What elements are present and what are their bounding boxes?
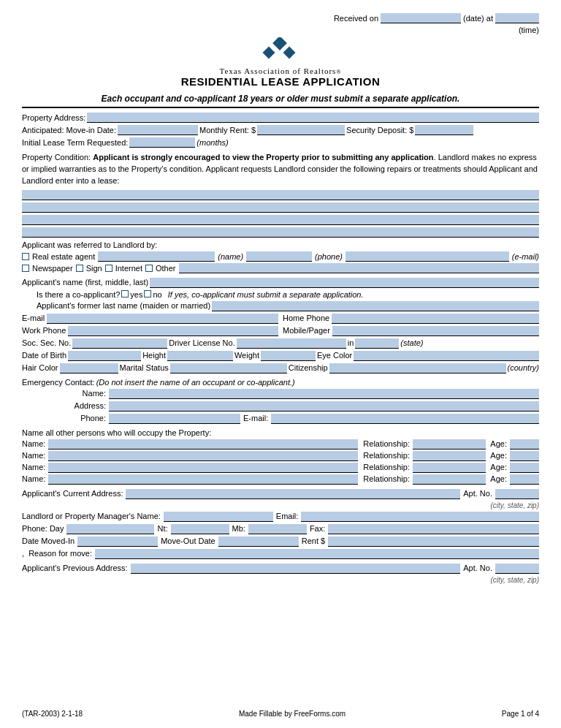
current-address-field[interactable] xyxy=(126,489,460,499)
move-in-date-field[interactable] xyxy=(118,125,198,135)
ec-phone-field[interactable] xyxy=(109,414,240,424)
lease-line-1[interactable] xyxy=(22,190,539,200)
applicant-name-label: Applicant's name (first, middle, last) xyxy=(22,278,148,287)
no-checkbox[interactable] xyxy=(144,290,151,297)
newspaper-checkbox[interactable] xyxy=(22,265,29,272)
move-out-date-label: Move-Out Date xyxy=(161,536,215,545)
occ-name-3-field[interactable] xyxy=(48,463,358,473)
occ-age-1-label: Age: xyxy=(489,439,507,448)
previous-address-field[interactable] xyxy=(131,564,461,574)
occ-age-4-field[interactable] xyxy=(510,474,539,485)
occ-rel-1-field[interactable] xyxy=(413,439,486,450)
home-phone-label: Home Phone xyxy=(283,314,329,322)
received-on-label: Received on xyxy=(334,14,378,23)
name-label: (name) xyxy=(218,252,243,261)
phone-row: Phone: Day Nt: Mb: Fax: xyxy=(22,524,539,534)
initial-lease-field[interactable] xyxy=(129,137,195,148)
svg-rect-1 xyxy=(263,47,275,59)
move-out-date-field[interactable] xyxy=(218,536,299,547)
yes-checkbox[interactable] xyxy=(121,290,129,297)
footer: (TAR-2003) 2-1-18 Made Fillable by FreeF… xyxy=(22,710,539,718)
eye-color-field[interactable] xyxy=(354,351,539,361)
apt-no-label: Apt. No. xyxy=(463,489,492,498)
lease-line-2[interactable] xyxy=(22,202,539,213)
agent-name-field[interactable] xyxy=(98,251,215,262)
phone-day-field[interactable] xyxy=(66,524,154,534)
reason-field[interactable] xyxy=(95,549,539,559)
occ-age-2-field[interactable] xyxy=(510,451,539,461)
occupants-label: Name all other persons who will occupy t… xyxy=(22,428,211,437)
occ-rel-2-field[interactable] xyxy=(413,451,486,461)
occ-rel-4-field[interactable] xyxy=(413,474,486,485)
other-checkbox[interactable] xyxy=(145,265,153,272)
previous-address-section: Applicant's Previous Address: Apt. No. (… xyxy=(22,564,539,584)
footer-left: (TAR-2003) 2-1-18 xyxy=(22,710,83,718)
citizenship-field[interactable] xyxy=(329,363,506,374)
height-field[interactable] xyxy=(167,351,233,361)
occ-age-1-field[interactable] xyxy=(510,439,539,450)
ec-address-field[interactable] xyxy=(109,401,539,412)
occ-rel-3-field[interactable] xyxy=(413,463,486,473)
apt-no-field[interactable] xyxy=(495,489,539,499)
in-label: in xyxy=(348,338,354,347)
home-phone-field[interactable] xyxy=(332,314,539,324)
fax-field[interactable] xyxy=(328,524,539,534)
date-moved-in-field[interactable] xyxy=(77,536,158,547)
state-field[interactable] xyxy=(355,338,399,349)
weight-label: Weight xyxy=(234,351,259,360)
dob-field[interactable] xyxy=(68,351,141,361)
ec-email-field[interactable] xyxy=(271,414,539,424)
received-at-field[interactable] xyxy=(495,13,539,23)
other-field[interactable] xyxy=(179,263,540,273)
property-address-field[interactable] xyxy=(87,113,539,123)
occupant-row-2: Name: Relationship: Age: xyxy=(22,451,539,461)
lease-line-4[interactable] xyxy=(22,227,539,238)
no-label: no xyxy=(153,290,161,299)
soc-sec-field[interactable] xyxy=(72,338,167,349)
apt-no2-field[interactable] xyxy=(495,564,539,574)
previous-address-label: Applicant's Previous Address: xyxy=(22,564,128,572)
ssn-dl-row: Soc. Sec. No. Driver License No. in (sta… xyxy=(22,338,539,349)
occ-name-3-label: Name: xyxy=(22,463,45,471)
agent-email-field[interactable] xyxy=(346,251,509,262)
occ-name-1-field[interactable] xyxy=(48,439,358,450)
received-on-field[interactable] xyxy=(381,13,461,23)
org-name: Texas Association of Realtors® xyxy=(22,67,539,75)
hair-color-field[interactable] xyxy=(60,363,118,374)
anticipated-label: Anticipated: Move-in Date: xyxy=(22,126,116,134)
marital-status-field[interactable] xyxy=(170,363,287,374)
phone-label: (phone) xyxy=(315,252,343,261)
lease-line-3[interactable] xyxy=(22,215,539,225)
occ-name-4-field[interactable] xyxy=(48,474,358,485)
org-sup: ® xyxy=(336,69,341,75)
internet-checkbox[interactable] xyxy=(105,265,112,272)
monthly-rent-field[interactable] xyxy=(257,125,345,135)
logo-area: Texas Association of Realtors® RESIDENTI… xyxy=(22,37,539,88)
app-title: RESIDENTIAL LEASE APPLICATION xyxy=(22,75,539,88)
landlord-name-field[interactable] xyxy=(164,512,273,522)
applicant-name-field[interactable] xyxy=(150,278,539,288)
landlord-email-field[interactable] xyxy=(301,512,539,522)
sign-checkbox[interactable] xyxy=(76,265,83,272)
email-field[interactable] xyxy=(47,314,278,324)
former-last-field[interactable] xyxy=(212,301,539,311)
emergency-contact-label: Emergency Contact: xyxy=(22,378,95,387)
mobile-pager-field[interactable] xyxy=(332,326,539,336)
hair-row: Hair Color Marital Status Citizenship (c… xyxy=(22,363,539,374)
weight-field[interactable] xyxy=(261,351,316,361)
occ-name-2-field[interactable] xyxy=(48,451,358,461)
occ-age-3-field[interactable] xyxy=(510,463,539,473)
ec-name-field[interactable] xyxy=(109,389,539,399)
agent-phone-field[interactable] xyxy=(246,251,312,262)
nt-field[interactable] xyxy=(171,524,229,534)
real-estate-agent-checkbox[interactable] xyxy=(22,253,29,260)
monthly-rent-label: Monthly Rent: $ xyxy=(199,126,256,134)
rent-field[interactable] xyxy=(328,536,539,547)
logo-diamonds xyxy=(262,37,299,65)
driver-license-field[interactable] xyxy=(237,338,346,349)
mb-field[interactable] xyxy=(248,524,307,534)
eye-color-label: Eye Color xyxy=(317,351,352,360)
work-phone-field[interactable] xyxy=(68,326,278,336)
other-label: Other xyxy=(156,264,176,273)
security-deposit-field[interactable] xyxy=(415,125,473,135)
